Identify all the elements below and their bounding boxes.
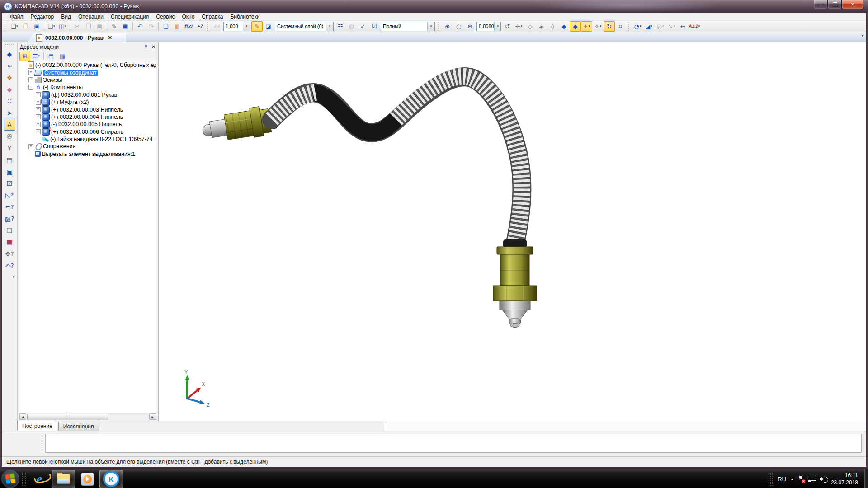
- tree-horizontal-scrollbar[interactable]: ◄ ►: [19, 413, 156, 420]
- simplified-display-button[interactable]: ✦▾: [581, 21, 592, 32]
- redo-button[interactable]: ↷: [146, 21, 157, 32]
- arrays-button[interactable]: ∷: [4, 95, 15, 107]
- tabs-overflow-chevron-icon[interactable]: ▾: [862, 34, 863, 38]
- hidden-lines-thin-button[interactable]: ◊: [547, 21, 558, 32]
- refresh-image-button[interactable]: ↺: [502, 21, 513, 32]
- dropdown-arrow-icon[interactable]: ▾: [243, 22, 250, 31]
- tree-expander[interactable]: +: [36, 92, 41, 97]
- scroll-right-arrow[interactable]: ►: [149, 413, 156, 420]
- tree-item[interactable]: +!(+) 0032.00.00.006 Спираль: [19, 128, 156, 136]
- tree-expander[interactable]: +: [28, 144, 33, 149]
- layer-combo[interactable]: Системный слой (0)▾: [275, 22, 334, 31]
- scrollbar-thumb[interactable]: [27, 414, 108, 420]
- tree-composition-button[interactable]: ☰▾: [31, 52, 42, 61]
- tree-expander[interactable]: +: [28, 77, 33, 82]
- spec-window-button[interactable]: ▦: [120, 21, 131, 32]
- hose-right-fitting[interactable]: [493, 239, 537, 328]
- tree-structure-view-button[interactable]: ⊞: [19, 52, 30, 61]
- document-check-button[interactable]: ✓: [357, 21, 368, 32]
- bottom-tab[interactable]: Построение: [17, 421, 57, 431]
- section-view-button[interactable]: ◔▾: [632, 21, 643, 32]
- hidden-lines-button[interactable]: ◈: [536, 21, 547, 32]
- component-tool-button[interactable]: ◎▾: [655, 21, 666, 32]
- taskbar-item-media-player[interactable]: [76, 470, 99, 488]
- web-document-button[interactable]: ◍: [346, 21, 357, 32]
- dropdown-arrow-icon[interactable]: ▾: [65, 24, 66, 28]
- tree-item[interactable]: +Системы координат: [19, 69, 156, 76]
- tree-additional-window-button[interactable]: ▥: [57, 52, 68, 61]
- tree-item[interactable]: −⋔(-) Компоненты: [19, 84, 156, 91]
- assembly-operations-button[interactable]: ❖: [4, 72, 15, 84]
- scrollbar-track[interactable]: [27, 414, 148, 419]
- network-icon[interactable]: [808, 476, 816, 482]
- zoom-selected-button[interactable]: ⊕: [464, 21, 476, 32]
- edit-part-button[interactable]: ◆: [4, 48, 15, 60]
- hatch-query-button[interactable]: ▨?: [4, 213, 15, 225]
- dropdown-arrow-icon[interactable]: ▾: [589, 24, 590, 28]
- zoom-in-button[interactable]: ⊕: [442, 21, 453, 32]
- tab-close-icon[interactable]: ✕: [108, 35, 112, 41]
- layers-button[interactable]: ☷: [335, 21, 346, 32]
- dropdown-arrow-icon[interactable]: ▾: [38, 54, 40, 58]
- zoom-combo[interactable]: 0.8080▾: [476, 22, 501, 31]
- show-frame-button[interactable]: ⌗: [615, 21, 626, 32]
- taskbar-item-internet-explorer[interactable]: e: [28, 470, 51, 488]
- placement-plane-button[interactable]: ◪: [263, 21, 274, 32]
- surfaces-button[interactable]: ◆: [4, 84, 15, 95]
- dropdown-arrow-icon[interactable]: ▾: [494, 22, 501, 31]
- arrow-tool-button[interactable]: ➘▾: [666, 21, 677, 32]
- reports-button[interactable]: ▣: [4, 166, 15, 178]
- tree-panel-header[interactable]: Дерево модели ✕: [18, 42, 158, 51]
- dropdown-arrow-icon[interactable]: ▾: [698, 24, 700, 28]
- viewport-3d[interactable]: Y X Z: [159, 42, 866, 421]
- folders-button[interactable]: ❏: [4, 225, 15, 236]
- tree-item[interactable]: +Сопряжения: [19, 143, 156, 150]
- move-component-button[interactable]: ✛✛: [211, 21, 222, 32]
- tree-item[interactable]: +(-) 0032.00.00.005 Ниппель: [19, 121, 156, 128]
- copy-properties-button[interactable]: ✎: [108, 21, 120, 32]
- dropdown-arrow-icon[interactable]: ▾: [521, 24, 523, 28]
- dropdown-arrow-icon[interactable]: ▾: [640, 24, 642, 28]
- dropdown-arrow-icon[interactable]: ▾: [53, 24, 55, 28]
- tree-item[interactable]: +(ф) 0032.00.00.001 Рукав: [19, 91, 156, 99]
- display-mode-combo[interactable]: Полный▾: [381, 22, 435, 31]
- close-button[interactable]: ✕: [842, 0, 863, 9]
- menu-item[interactable]: Редактор: [27, 13, 58, 20]
- specification-button[interactable]: ▤: [4, 154, 15, 166]
- tree-expander[interactable]: −: [28, 85, 33, 90]
- new-document-button[interactable]: ❏▾: [9, 21, 20, 32]
- perspective-button[interactable]: ✧▾: [592, 21, 604, 32]
- show-desktop-button[interactable]: [864, 469, 868, 488]
- mates-button[interactable]: ✇: [4, 131, 15, 142]
- pan-button[interactable]: ✛▾: [513, 21, 524, 32]
- corrugated-hose[interactable]: [272, 76, 522, 244]
- fx-button[interactable]: f(x): [183, 21, 194, 32]
- detail-view-button[interactable]: ◢▾: [643, 21, 655, 32]
- menu-item[interactable]: Вид: [57, 13, 75, 20]
- print-button[interactable]: ❑▾: [46, 21, 57, 32]
- tree-expander[interactable]: +: [36, 122, 41, 127]
- undo-button[interactable]: ↶: [134, 21, 146, 32]
- paste-button[interactable]: ▤: [94, 21, 105, 32]
- corner-query-button[interactable]: ⌐?: [4, 201, 15, 213]
- tree-expander[interactable]: +: [28, 70, 33, 75]
- maximize-button[interactable]: [828, 0, 842, 9]
- tray-expand-icon[interactable]: ▲: [790, 477, 794, 481]
- scroll-left-arrow[interactable]: ◄: [19, 413, 26, 420]
- panel-close-icon[interactable]: ✕: [152, 44, 156, 49]
- open-document-button[interactable]: ❐: [20, 21, 31, 32]
- document-tab[interactable]: 0032.00.00.000 - Рукав ✕: [28, 33, 126, 42]
- context-help-button[interactable]: ➤?: [194, 21, 205, 32]
- scale-combo[interactable]: 1.000▾: [223, 22, 250, 31]
- menu-item[interactable]: Спецификация: [107, 13, 152, 20]
- auxiliary-geometry-button[interactable]: ➤: [4, 107, 15, 119]
- taskbar-clock[interactable]: 16:11 23.07.2018: [831, 472, 858, 486]
- bottom-tab[interactable]: Исполнения: [58, 422, 99, 431]
- rotate-model-button[interactable]: ↻: [604, 21, 615, 32]
- property-bar-grip[interactable]: [42, 435, 44, 451]
- dropdown-arrow-icon[interactable]: ▾: [651, 24, 652, 28]
- sign-query-button[interactable]: ✍?: [4, 260, 15, 272]
- document-check-strip-button[interactable]: ☑: [4, 178, 15, 189]
- snap-mode-button[interactable]: ✎: [251, 21, 263, 32]
- dropdown-arrow-icon[interactable]: ▾: [674, 24, 675, 28]
